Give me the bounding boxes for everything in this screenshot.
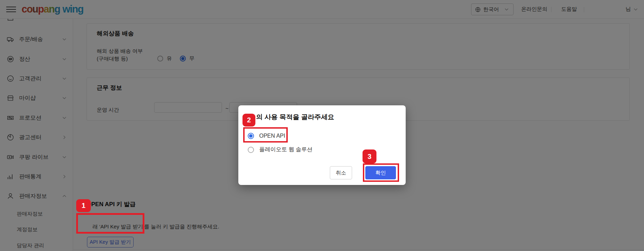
step-badge-1: 1 — [76, 199, 91, 212]
annotation-box-2 — [243, 127, 288, 143]
step-badge-2: 2 — [243, 114, 255, 127]
annotation-box-3 — [363, 163, 399, 182]
option-playauto[interactable]: 플레이오토 웹 솔루션 — [248, 146, 312, 153]
annotation-box-1 — [76, 213, 144, 234]
radio-playauto[interactable] — [248, 147, 254, 153]
modal-title: 의 사용 목적을 골라주세요 — [256, 113, 334, 122]
cancel-button[interactable]: 취소 — [330, 166, 352, 179]
step-badge-3: 3 — [363, 149, 376, 163]
option-label: 플레이오토 웹 솔루션 — [259, 146, 312, 153]
